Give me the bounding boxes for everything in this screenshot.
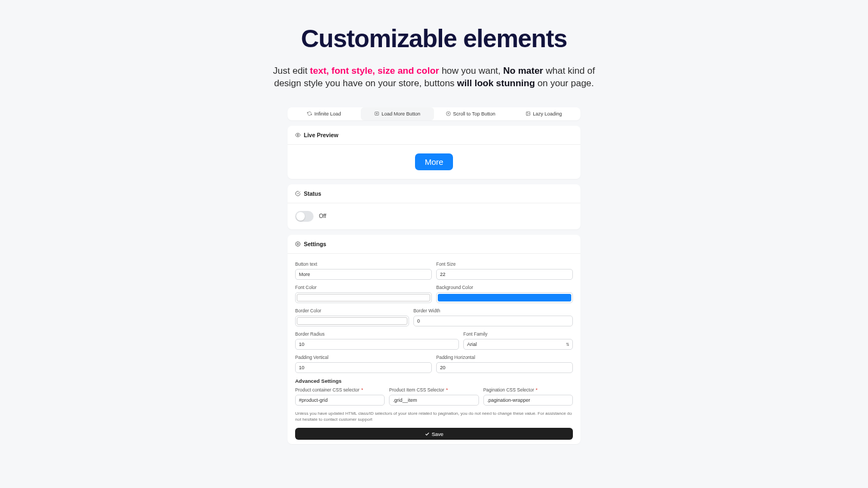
eye-icon bbox=[295, 132, 301, 138]
border-width-input[interactable] bbox=[413, 316, 573, 326]
lazy-icon bbox=[526, 111, 531, 116]
bg-color-input[interactable] bbox=[436, 292, 573, 303]
product-container-input[interactable] bbox=[295, 395, 385, 406]
advanced-hint: Unless you have updated HTML class/ID se… bbox=[295, 410, 573, 422]
status-card: Status Off bbox=[288, 184, 580, 229]
save-button[interactable]: Save bbox=[295, 428, 573, 440]
padding-vertical-label: Padding Vertical bbox=[295, 355, 432, 360]
svg-point-4 bbox=[297, 134, 299, 136]
font-color-label: Font Color bbox=[295, 285, 432, 290]
status-header: Status bbox=[288, 184, 580, 203]
tab-load-more-button[interactable]: Load More Button bbox=[361, 107, 434, 120]
settings-card: Settings Button text Font Size Font Colo bbox=[288, 235, 580, 444]
status-label: Off bbox=[319, 213, 326, 219]
advanced-heading: Advanced Settings bbox=[295, 378, 573, 384]
font-family-select[interactable] bbox=[463, 339, 573, 350]
pagination-input[interactable] bbox=[483, 395, 573, 406]
font-color-input[interactable] bbox=[295, 292, 432, 303]
pagination-label: Pagination CSS Selector * bbox=[483, 387, 573, 393]
font-size-input[interactable] bbox=[436, 269, 573, 280]
product-item-label: Product Item CSS Selector * bbox=[389, 387, 478, 393]
border-color-input[interactable] bbox=[295, 316, 409, 326]
button-text-label: Button text bbox=[295, 261, 432, 267]
button-text-input[interactable] bbox=[295, 269, 432, 280]
tab-infinite-load[interactable]: Infinite Load bbox=[288, 107, 361, 120]
border-radius-input[interactable] bbox=[295, 339, 459, 350]
border-radius-label: Border Radius bbox=[295, 331, 459, 337]
live-preview-card: Live Preview More bbox=[288, 126, 580, 179]
border-width-label: Border Width bbox=[413, 308, 573, 313]
padding-horizontal-input[interactable] bbox=[436, 362, 573, 373]
padding-horizontal-label: Padding Horizontal bbox=[436, 355, 573, 360]
svg-point-3 bbox=[527, 113, 528, 113]
check-circle-icon bbox=[295, 191, 301, 196]
preview-more-button[interactable]: More bbox=[415, 153, 453, 170]
font-family-label: Font Family bbox=[463, 331, 573, 337]
settings-header: Settings bbox=[288, 235, 580, 254]
tabs-bar: Infinite Load Load More Button Scroll to… bbox=[288, 107, 580, 120]
tab-lazy-loading[interactable]: Lazy Loading bbox=[507, 107, 580, 120]
product-item-input[interactable] bbox=[389, 395, 478, 406]
tab-scroll-to-top[interactable]: Scroll to Top Button bbox=[434, 107, 507, 120]
page-title: Customizable elements bbox=[301, 24, 567, 53]
svg-point-5 bbox=[297, 243, 299, 245]
arrow-up-icon bbox=[446, 111, 451, 116]
check-icon bbox=[425, 432, 430, 436]
padding-vertical-input[interactable] bbox=[295, 362, 432, 373]
product-container-label: Product container CSS selector * bbox=[295, 387, 385, 393]
status-toggle[interactable] bbox=[295, 211, 314, 222]
refresh-icon bbox=[307, 111, 312, 116]
load-more-icon bbox=[374, 111, 379, 116]
page-subtitle: Just edit text, font style, size and col… bbox=[266, 65, 602, 90]
live-preview-header: Live Preview bbox=[288, 126, 580, 145]
font-size-label: Font Size bbox=[436, 261, 573, 267]
border-color-label: Border Color bbox=[295, 308, 409, 313]
bg-color-label: Background Color bbox=[436, 285, 573, 290]
gear-icon bbox=[295, 241, 301, 247]
